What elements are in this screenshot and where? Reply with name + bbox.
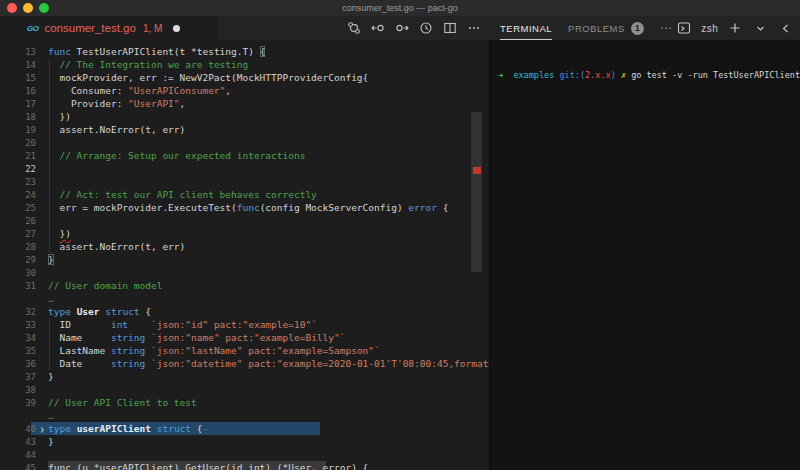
code-text: type userAPIClient struct {– — [48, 423, 208, 434]
code-text: … — [48, 293, 54, 304]
code-text: }) — [48, 228, 71, 239]
code-line[interactable]: 45func (u *userAPIClient) GetUser(id int… — [0, 461, 489, 470]
code-line[interactable]: … — [0, 409, 489, 422]
code-line[interactable]: … — [0, 292, 489, 305]
code-line[interactable]: 13func TestUserAPIClient(t *testing.T) { — [0, 45, 489, 58]
code-line[interactable]: 40❯type userAPIClient struct {– — [0, 422, 489, 435]
code-text: } — [48, 436, 54, 447]
overview-ruler-error-marker — [473, 167, 481, 174]
tab-strip: GO consumer_test.go 1, M — [0, 16, 800, 40]
code-line[interactable]: 20 — [0, 136, 489, 149]
code-text: // The Integration we are testing — [48, 59, 248, 70]
indent-guide — [49, 318, 50, 370]
code-line[interactable]: 30 — [0, 266, 489, 279]
code-line[interactable]: 19 assert.NoError(t, err) — [0, 123, 489, 136]
code-text: Date string `json:"datetime" pact:"examp… — [48, 358, 489, 369]
code-lines: 13func TestUserAPIClient(t *testing.T) {… — [0, 45, 489, 470]
code-text: ID int `json:"id" pact:"example=10"` — [48, 319, 317, 330]
code-line[interactable]: 33 ID int `json:"id" pact:"example=10"` — [0, 318, 489, 331]
code-text: // Act: test our API client behaves corr… — [48, 189, 317, 200]
code-line[interactable]: 29} — [0, 253, 489, 266]
titlebar: consumer_test.go — pact-go — [0, 0, 800, 16]
prompt-segment — [503, 70, 513, 80]
code-line[interactable]: 26 — [0, 214, 489, 227]
indent-guide — [49, 58, 50, 253]
terminal-tab-label: TERMINAL — [500, 23, 552, 34]
tab-problems-git-decoration: 1, M — [143, 23, 162, 34]
zoom-window-button[interactable] — [39, 3, 49, 13]
code-line[interactable]: 15 mockProvider, err := NewV2Pact(MockHT… — [0, 71, 489, 84]
code-text: func (u *userAPIClient) GetUser(id int) … — [48, 462, 368, 470]
vscode-window: consumer_test.go — pact-go GO consumer_t… — [0, 0, 800, 470]
code-text: // User API Client to test — [48, 397, 197, 408]
code-line[interactable]: 31// User domain model — [0, 279, 489, 292]
open-changes-icon[interactable] — [346, 19, 362, 37]
maximize-panel-icon[interactable] — [777, 19, 793, 37]
panel-more-actions-icon[interactable]: ⋯ — [660, 21, 673, 35]
code-line[interactable]: 21 // Arrange: Setup our expected intera… — [0, 149, 489, 162]
prompt-segment: go test -v -run TestUserAPIClient — [631, 70, 800, 80]
code-line[interactable]: 24 // Act: test our API client behaves c… — [0, 188, 489, 201]
editor-actions — [346, 16, 482, 40]
code-line[interactable]: 16 Consumer: "UserAPIConsumer", — [0, 84, 489, 97]
prompt-segment: git:( — [559, 70, 585, 80]
code-line[interactable]: 35 LastName string `json:"lastName" pact… — [0, 344, 489, 357]
code-text: } — [48, 254, 54, 265]
unsaved-dot-icon[interactable] — [173, 25, 180, 32]
minimize-window-button[interactable] — [23, 3, 33, 13]
terminal-dropdown-icon[interactable] — [752, 19, 768, 37]
split-editor-icon[interactable] — [442, 19, 458, 37]
code-line[interactable]: 37} — [0, 370, 489, 383]
panel-tab-bar: TERMINAL PROBLEMS 1 ⋯ zsh — [500, 16, 800, 40]
code-text: } — [48, 371, 54, 382]
editor-tab[interactable]: GO consumer_test.go 1, M — [0, 16, 218, 40]
problems-tab-label: PROBLEMS — [568, 23, 625, 34]
code-text: … — [48, 410, 54, 421]
code-text: Name string `json:"name" pact:"example=B… — [48, 332, 345, 343]
code-editor[interactable]: 13func TestUserAPIClient(t *testing.T) {… — [0, 40, 489, 470]
close-window-button[interactable] — [7, 3, 17, 13]
code-line[interactable]: 22 — [0, 162, 489, 175]
code-line[interactable]: 23 — [0, 175, 489, 188]
previous-change-icon[interactable] — [370, 19, 386, 37]
code-line[interactable]: 44 — [0, 448, 489, 461]
line-number: 45 — [0, 462, 36, 470]
next-change-icon[interactable] — [394, 19, 410, 37]
code-line[interactable]: 32type User struct { — [0, 305, 489, 318]
prompt-segment: examples — [513, 70, 554, 80]
more-actions-icon[interactable] — [466, 19, 482, 37]
code-line[interactable]: 14 // The Integration we are testing — [0, 58, 489, 71]
code-line[interactable]: 34 Name string `json:"name" pact:"exampl… — [0, 331, 489, 344]
tab-problems[interactable]: PROBLEMS 1 — [568, 16, 644, 40]
terminal-shell-icon[interactable] — [676, 19, 692, 37]
code-text: func TestUserAPIClient(t *testing.T) { — [48, 46, 265, 57]
window-title: consumer_test.go — pact-go — [342, 3, 458, 13]
code-text: mockProvider, err := NewV2Pact(MockHTTPP… — [48, 72, 368, 83]
editor-scrollbar[interactable] — [471, 112, 482, 272]
code-line[interactable]: 17 Provider: "UserAPI", — [0, 97, 489, 110]
code-line[interactable]: 36 Date string `json:"datetime" pact:"ex… — [0, 357, 489, 370]
terminal-panel[interactable]: ➜ examples git:(2.x.x) ✗ go test -v -run… — [490, 40, 800, 470]
problems-count-badge: 1 — [631, 22, 644, 35]
new-terminal-icon[interactable] — [727, 19, 743, 37]
code-text: LastName string `json:"lastName" pact:"e… — [48, 345, 380, 356]
code-line[interactable]: 28 assert.NoError(t, err) — [0, 240, 489, 253]
terminal-prompt-line: ➜ examples git:(2.x.x) ✗ go test -v -run… — [498, 68, 800, 80]
code-line[interactable]: 18 }) — [0, 110, 489, 123]
code-text: Provider: "UserAPI", — [48, 98, 185, 109]
code-line[interactable]: 43} — [0, 435, 489, 448]
code-line[interactable]: 39// User API Client to test — [0, 396, 489, 409]
shell-name-label[interactable]: zsh — [701, 23, 718, 34]
code-text: // Arrange: Setup our expected interacti… — [48, 150, 305, 161]
go-file-icon: GO — [27, 24, 38, 33]
code-text: }) — [48, 111, 71, 122]
code-text: assert.NoError(t, err) — [48, 124, 185, 135]
code-line[interactable]: 25 err = mockProvider.ExecuteTest(func(c… — [0, 201, 489, 214]
code-text: err = mockProvider.ExecuteTest(func(conf… — [48, 202, 448, 213]
tab-terminal[interactable]: TERMINAL — [500, 16, 552, 40]
code-line[interactable]: 27 }) — [0, 227, 489, 240]
code-text: // User domain model — [48, 280, 162, 291]
code-text: assert.NoError(t, err) — [48, 241, 185, 252]
code-line[interactable]: 38 — [0, 383, 489, 396]
timeline-clock-icon[interactable] — [418, 19, 434, 37]
